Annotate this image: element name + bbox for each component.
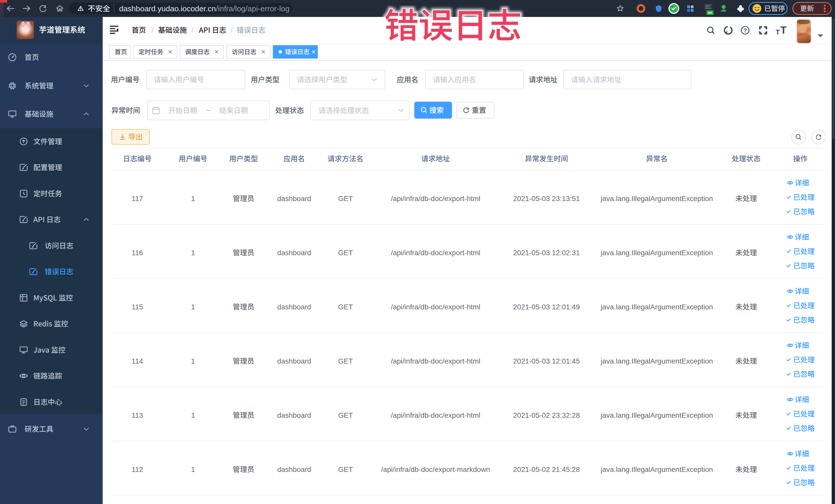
svg-text:2021-05-03 12:02:31: 2021-05-03 12:02:31 xyxy=(513,249,580,257)
svg-text:java.lang.IllegalArgumentExcep: java.lang.IllegalArgumentException xyxy=(600,357,713,365)
svg-text:1: 1 xyxy=(191,249,195,257)
svg-text:/api/infra/db-doc/export-html: /api/infra/db-doc/export-html xyxy=(391,411,481,419)
svg-text:dashboard: dashboard xyxy=(277,195,311,203)
svg-text:GET: GET xyxy=(338,195,353,203)
svg-text:1: 1 xyxy=(191,465,195,473)
svg-text:114: 114 xyxy=(132,357,143,365)
svg-text:2021-05-03 12:01:45: 2021-05-03 12:01:45 xyxy=(513,357,580,365)
svg-text:1: 1 xyxy=(191,411,195,419)
svg-text:dashboard: dashboard xyxy=(277,411,311,419)
svg-text:dashboard: dashboard xyxy=(277,465,311,473)
svg-text:dashboard: dashboard xyxy=(277,303,311,311)
svg-text:/api/infra/db-doc/export-html: /api/infra/db-doc/export-html xyxy=(391,195,481,203)
svg-text:2021-05-03 23:13:51: 2021-05-03 23:13:51 xyxy=(513,195,580,203)
svg-text:java.lang.IllegalArgumentExcep: java.lang.IllegalArgumentException xyxy=(600,249,713,257)
svg-text:java.lang.IllegalArgumentExcep: java.lang.IllegalArgumentException xyxy=(600,195,713,203)
svg-text:GET: GET xyxy=(338,357,353,365)
svg-text:/api/infra/db-doc/export-html: /api/infra/db-doc/export-html xyxy=(391,303,481,311)
svg-text:1: 1 xyxy=(191,357,195,365)
svg-text:/api/infra/db-doc/export-html: /api/infra/db-doc/export-html xyxy=(391,249,481,257)
svg-text:java.lang.IllegalArgumentExcep: java.lang.IllegalArgumentException xyxy=(600,465,713,473)
svg-text:/api/infra/db-doc/export-html: /api/infra/db-doc/export-html xyxy=(391,357,481,365)
svg-text:java.lang.IllegalArgumentExcep: java.lang.IllegalArgumentException xyxy=(600,303,713,311)
svg-text:/: / xyxy=(191,26,194,34)
svg-text:GET: GET xyxy=(338,465,353,473)
svg-text:/api/infra/db-doc/export-markd: /api/infra/db-doc/export-markdown xyxy=(381,465,490,473)
svg-text:GET: GET xyxy=(338,249,353,257)
svg-text:116: 116 xyxy=(132,249,143,257)
svg-text:115: 115 xyxy=(132,303,143,311)
svg-text:2021-05-02 23:32:28: 2021-05-02 23:32:28 xyxy=(513,411,580,419)
svg-text:dashboard.yudao.iocoder.cn/inf: dashboard.yudao.iocoder.cn/infra/log/api… xyxy=(119,4,289,13)
svg-text:on: on xyxy=(708,11,712,15)
svg-text:117: 117 xyxy=(132,195,143,203)
svg-text:2021-05-02 21:45:28: 2021-05-02 21:45:28 xyxy=(513,465,580,473)
svg-text:1: 1 xyxy=(191,303,195,311)
svg-text:dashboard: dashboard xyxy=(277,249,311,257)
svg-text:java.lang.IllegalArgumentExcep: java.lang.IllegalArgumentException xyxy=(600,411,713,419)
svg-text:/: / xyxy=(230,26,232,34)
svg-text:2021-05-03 12:01:49: 2021-05-03 12:01:49 xyxy=(513,303,580,311)
svg-text:?: ? xyxy=(744,27,747,34)
svg-text:113: 113 xyxy=(132,411,143,419)
svg-text:112: 112 xyxy=(132,465,143,473)
svg-text:~: ~ xyxy=(206,106,210,115)
svg-text:dashboard: dashboard xyxy=(277,357,311,365)
svg-text:T: T xyxy=(780,24,787,36)
svg-text:GET: GET xyxy=(338,303,353,311)
svg-text:T: T xyxy=(776,28,780,36)
svg-text:GET: GET xyxy=(338,411,353,419)
svg-text:1: 1 xyxy=(191,195,195,203)
svg-text:/: / xyxy=(151,26,154,34)
